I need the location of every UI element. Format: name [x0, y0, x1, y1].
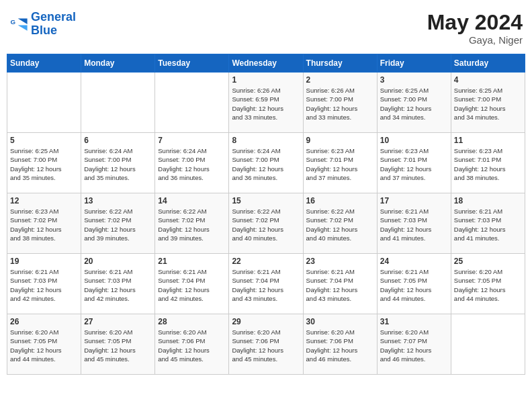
- cell-content: Sunrise: 6:21 AM Sunset: 7:03 PM Dayligh…: [10, 267, 78, 303]
- cell-content: Sunrise: 6:22 AM Sunset: 7:02 PM Dayligh…: [232, 207, 300, 242]
- day-number: 2: [306, 75, 374, 85]
- weekday-header: Thursday: [303, 54, 377, 73]
- cell-content: Sunrise: 6:22 AM Sunset: 7:02 PM Dayligh…: [306, 207, 374, 242]
- day-number: 19: [10, 257, 78, 266]
- cell-content: Sunrise: 6:20 AM Sunset: 7:06 PM Dayligh…: [306, 328, 374, 363]
- day-number: 13: [84, 196, 152, 205]
- location: Gaya, Niger: [427, 34, 523, 46]
- calendar-cell: 18Sunrise: 6:21 AM Sunset: 7:03 PM Dayli…: [451, 193, 525, 254]
- day-number: 11: [454, 136, 522, 145]
- calendar-cell: 19Sunrise: 6:21 AM Sunset: 7:03 PM Dayli…: [7, 254, 81, 314]
- cell-content: Sunrise: 6:20 AM Sunset: 7:07 PM Dayligh…: [380, 328, 448, 363]
- day-number: 26: [10, 317, 78, 326]
- calendar-cell: 13Sunrise: 6:22 AM Sunset: 7:02 PM Dayli…: [81, 193, 155, 254]
- calendar-cell: 7Sunrise: 6:24 AM Sunset: 7:00 PM Daylig…: [155, 133, 229, 193]
- calendar-cell: 16Sunrise: 6:22 AM Sunset: 7:02 PM Dayli…: [303, 193, 377, 254]
- calendar-cell: [155, 73, 229, 133]
- calendar-cell: 9Sunrise: 6:23 AM Sunset: 7:01 PM Daylig…: [303, 133, 377, 193]
- header-row: SundayMondayTuesdayWednesdayThursdayFrid…: [7, 54, 525, 73]
- day-number: 25: [454, 257, 522, 266]
- calendar-header: SundayMondayTuesdayWednesdayThursdayFrid…: [7, 54, 525, 73]
- calendar-cell: 4Sunrise: 6:25 AM Sunset: 7:00 PM Daylig…: [451, 73, 525, 133]
- calendar-cell: 5Sunrise: 6:25 AM Sunset: 7:00 PM Daylig…: [7, 133, 81, 193]
- day-number: 30: [306, 317, 374, 326]
- day-number: 4: [454, 75, 522, 85]
- calendar-week-row: 19Sunrise: 6:21 AM Sunset: 7:03 PM Dayli…: [7, 254, 525, 314]
- weekday-header: Sunday: [7, 54, 81, 73]
- calendar-cell: 1Sunrise: 6:26 AM Sunset: 6:59 PM Daylig…: [229, 73, 303, 133]
- day-number: 15: [232, 196, 300, 205]
- day-number: 22: [232, 257, 300, 266]
- cell-content: Sunrise: 6:22 AM Sunset: 7:02 PM Dayligh…: [158, 207, 226, 242]
- cell-content: Sunrise: 6:23 AM Sunset: 7:01 PM Dayligh…: [306, 146, 374, 182]
- svg-text:G: G: [10, 18, 15, 26]
- cell-content: Sunrise: 6:24 AM Sunset: 7:00 PM Dayligh…: [158, 146, 226, 182]
- cell-content: Sunrise: 6:24 AM Sunset: 7:00 PM Dayligh…: [84, 146, 152, 182]
- month-year: May 2024: [427, 11, 523, 34]
- calendar-cell: [81, 73, 155, 133]
- calendar-cell: 25Sunrise: 6:20 AM Sunset: 7:05 PM Dayli…: [451, 254, 525, 314]
- cell-content: Sunrise: 6:23 AM Sunset: 7:02 PM Dayligh…: [10, 207, 78, 242]
- svg-marker-1: [18, 18, 28, 24]
- calendar-cell: [451, 314, 525, 375]
- day-number: 7: [158, 136, 226, 145]
- calendar-cell: 10Sunrise: 6:23 AM Sunset: 7:01 PM Dayli…: [377, 133, 451, 193]
- calendar-week-row: 5Sunrise: 6:25 AM Sunset: 7:00 PM Daylig…: [7, 133, 525, 193]
- cell-content: Sunrise: 6:25 AM Sunset: 7:00 PM Dayligh…: [380, 86, 448, 122]
- calendar-cell: 26Sunrise: 6:20 AM Sunset: 7:05 PM Dayli…: [7, 314, 81, 375]
- cell-content: Sunrise: 6:21 AM Sunset: 7:03 PM Dayligh…: [380, 207, 448, 242]
- calendar-cell: 23Sunrise: 6:21 AM Sunset: 7:04 PM Dayli…: [303, 254, 377, 314]
- calendar-cell: 29Sunrise: 6:20 AM Sunset: 7:06 PM Dayli…: [229, 314, 303, 375]
- cell-content: Sunrise: 6:21 AM Sunset: 7:04 PM Dayligh…: [158, 267, 226, 303]
- day-number: 21: [158, 257, 226, 266]
- calendar-cell: 28Sunrise: 6:20 AM Sunset: 7:06 PM Dayli…: [155, 314, 229, 375]
- cell-content: Sunrise: 6:21 AM Sunset: 7:04 PM Dayligh…: [232, 267, 300, 303]
- calendar-table: SundayMondayTuesdayWednesdayThursdayFrid…: [7, 54, 525, 375]
- calendar-cell: 31Sunrise: 6:20 AM Sunset: 7:07 PM Dayli…: [377, 314, 451, 375]
- weekday-header: Friday: [377, 54, 451, 73]
- logo-line1: General: [31, 10, 76, 24]
- calendar-cell: 15Sunrise: 6:22 AM Sunset: 7:02 PM Dayli…: [229, 193, 303, 254]
- weekday-header: Tuesday: [155, 54, 229, 73]
- calendar-cell: 11Sunrise: 6:23 AM Sunset: 7:01 PM Dayli…: [451, 133, 525, 193]
- day-number: 16: [306, 196, 374, 205]
- calendar-cell: 8Sunrise: 6:24 AM Sunset: 7:00 PM Daylig…: [229, 133, 303, 193]
- day-number: 23: [306, 257, 374, 266]
- day-number: 8: [232, 136, 300, 145]
- cell-content: Sunrise: 6:21 AM Sunset: 7:03 PM Dayligh…: [454, 207, 522, 242]
- calendar-cell: 22Sunrise: 6:21 AM Sunset: 7:04 PM Dayli…: [229, 254, 303, 314]
- cell-content: Sunrise: 6:23 AM Sunset: 7:01 PM Dayligh…: [380, 146, 448, 182]
- cell-content: Sunrise: 6:23 AM Sunset: 7:01 PM Dayligh…: [454, 146, 522, 182]
- calendar-cell: 6Sunrise: 6:24 AM Sunset: 7:00 PM Daylig…: [81, 133, 155, 193]
- logo-text: General Blue: [31, 11, 76, 38]
- logo-line2: Blue: [31, 24, 57, 37]
- cell-content: Sunrise: 6:21 AM Sunset: 7:05 PM Dayligh…: [380, 267, 448, 303]
- day-number: 27: [84, 317, 152, 326]
- day-number: 18: [454, 196, 522, 205]
- cell-content: Sunrise: 6:25 AM Sunset: 7:00 PM Dayligh…: [454, 86, 522, 122]
- calendar-body: 1Sunrise: 6:26 AM Sunset: 6:59 PM Daylig…: [7, 73, 525, 375]
- logo-icon: G: [9, 15, 28, 34]
- day-number: 31: [380, 317, 448, 326]
- calendar-cell: 17Sunrise: 6:21 AM Sunset: 7:03 PM Dayli…: [377, 193, 451, 254]
- calendar-cell: 27Sunrise: 6:20 AM Sunset: 7:05 PM Dayli…: [81, 314, 155, 375]
- calendar-cell: 3Sunrise: 6:25 AM Sunset: 7:00 PM Daylig…: [377, 73, 451, 133]
- cell-content: Sunrise: 6:24 AM Sunset: 7:00 PM Dayligh…: [232, 146, 300, 182]
- weekday-header: Wednesday: [229, 54, 303, 73]
- cell-content: Sunrise: 6:22 AM Sunset: 7:02 PM Dayligh…: [84, 207, 152, 242]
- cell-content: Sunrise: 6:20 AM Sunset: 7:05 PM Dayligh…: [10, 328, 78, 363]
- day-number: 6: [84, 136, 152, 145]
- calendar-cell: 30Sunrise: 6:20 AM Sunset: 7:06 PM Dayli…: [303, 314, 377, 375]
- page-header: G General Blue May 2024 Gaya, Niger: [7, 7, 525, 50]
- calendar-cell: 20Sunrise: 6:21 AM Sunset: 7:03 PM Dayli…: [81, 254, 155, 314]
- day-number: 9: [306, 136, 374, 145]
- cell-content: Sunrise: 6:26 AM Sunset: 7:00 PM Dayligh…: [306, 86, 374, 122]
- calendar-cell: 14Sunrise: 6:22 AM Sunset: 7:02 PM Dayli…: [155, 193, 229, 254]
- weekday-header: Monday: [81, 54, 155, 73]
- day-number: 17: [380, 196, 448, 205]
- day-number: 10: [380, 136, 448, 145]
- title-block: May 2024 Gaya, Niger: [427, 11, 523, 46]
- day-number: 5: [10, 136, 78, 145]
- logo: G General Blue: [9, 11, 76, 38]
- day-number: 3: [380, 75, 448, 85]
